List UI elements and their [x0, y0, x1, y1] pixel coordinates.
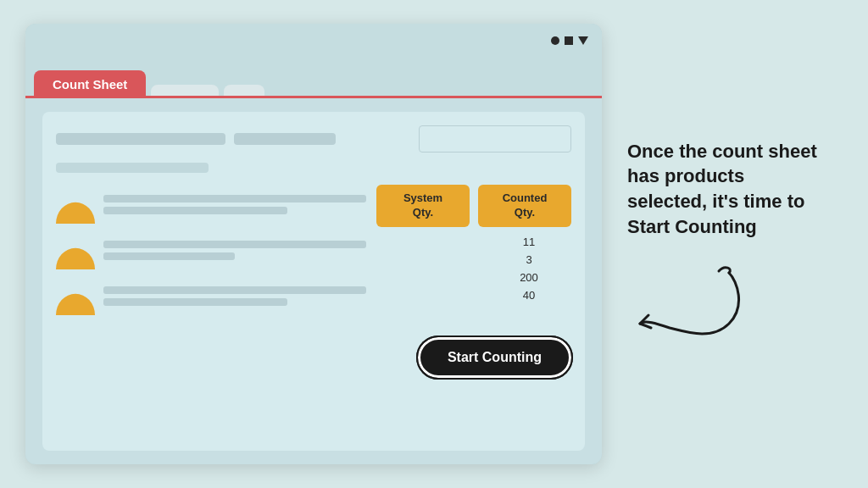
window-buttons — [551, 36, 588, 45]
browser-window: Count Sheet — [25, 24, 602, 464]
product-info-2 — [103, 241, 366, 260]
square-icon — [565, 36, 573, 45]
system-qty-header: System Qty. — [376, 185, 470, 227]
toolbar-row — [56, 163, 571, 173]
main-container: Count Sheet — [0, 0, 868, 488]
table-area: System Qty. Counted Qty. 11 3 200 40 — [56, 185, 571, 322]
filter-area — [56, 125, 571, 152]
browser-content: System Qty. Counted Qty. 11 3 200 40 Sta… — [25, 98, 602, 464]
qty-value-2: 3 — [385, 253, 571, 266]
product-info-3 — [103, 286, 366, 306]
circle-icon — [551, 36, 559, 45]
product-row-2 — [56, 230, 366, 269]
filter-input-right[interactable] — [419, 125, 571, 152]
qty-value-3: 200 — [385, 271, 571, 284]
arrow-svg — [627, 264, 763, 349]
qty-values: 11 3 200 40 — [376, 236, 571, 302]
product-row-3 — [56, 276, 366, 315]
tab-count-sheet[interactable]: Count Sheet — [34, 70, 146, 98]
toolbar-search-bar — [56, 163, 209, 173]
counted-qty-header: Counted Qty. — [478, 185, 571, 227]
qty-value-1: 11 — [385, 236, 571, 248]
product-line — [103, 298, 287, 306]
browser-tabs: Count Sheet — [25, 58, 602, 98]
triangle-icon — [578, 36, 588, 45]
product-line — [103, 207, 287, 214]
product-row-1 — [56, 185, 366, 224]
products-list — [56, 185, 366, 322]
product-line — [103, 286, 366, 294]
product-avatar-1 — [56, 185, 95, 224]
start-counting-button[interactable]: Start Counting — [418, 337, 571, 378]
product-line — [103, 241, 366, 248]
product-line — [103, 195, 366, 202]
right-panel: Once the count sheet has products select… — [602, 139, 843, 350]
start-counting-area: Start Counting — [56, 337, 571, 378]
product-line — [103, 252, 235, 260]
tab-underline — [25, 96, 602, 98]
filter-bar-medium — [234, 133, 336, 145]
filter-bar-long — [56, 133, 225, 145]
right-panel-text: Once the count sheet has products select… — [627, 139, 826, 240]
content-card: System Qty. Counted Qty. 11 3 200 40 Sta… — [42, 112, 585, 451]
product-info-1 — [103, 195, 366, 214]
product-avatar-3 — [56, 276, 95, 315]
qty-columns: System Qty. Counted Qty. 11 3 200 40 — [376, 185, 571, 322]
qty-headers: System Qty. Counted Qty. — [376, 185, 571, 227]
browser-titlebar — [25, 24, 602, 58]
product-avatar-2 — [56, 230, 95, 269]
qty-value-4: 40 — [385, 289, 571, 302]
